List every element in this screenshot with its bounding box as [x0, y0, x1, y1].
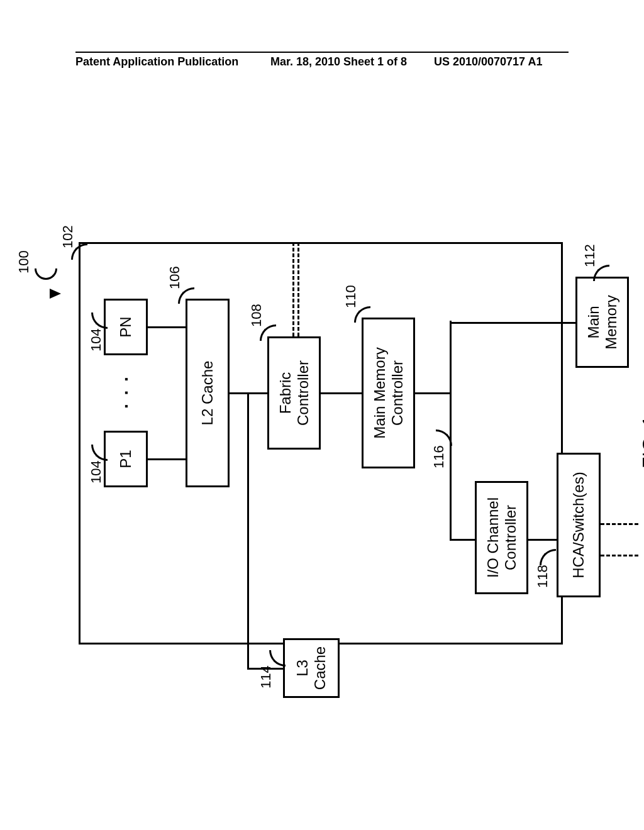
header-left: Patent Application Publication — [75, 55, 238, 69]
ellipsis: · · · — [116, 375, 136, 409]
box-p1: P1 — [104, 431, 148, 487]
header-center: Mar. 18, 2010 Sheet 1 of 8 — [270, 55, 407, 69]
box-hca-switches: HCA/Switch(es) — [557, 453, 601, 597]
ref-116: 116 — [431, 445, 447, 468]
ref-100: 100 — [16, 250, 32, 274]
box-main-memory: Main Memory — [575, 277, 629, 368]
ref-118: 118 — [535, 565, 551, 588]
ref-108: 108 — [248, 304, 265, 327]
arrow-100 — [50, 289, 61, 299]
dash-hca-2 — [601, 523, 638, 525]
conn-l2-l3-h — [247, 393, 249, 670]
box-l3-cache: L3 Cache — [283, 638, 340, 698]
conn-fabric-mmc — [321, 392, 362, 394]
figure-label: FIG. 1 — [638, 416, 644, 468]
ref-104b: 104 — [88, 328, 104, 351]
conn-io-hca — [528, 539, 557, 541]
leader-114 — [269, 650, 286, 667]
dash-hca-1 — [601, 555, 638, 556]
box-io-channel-controller: I/O Channel Controller — [475, 481, 528, 594]
diagram-area: 100 102 P1 104 · · · PN 104 L2 Cache 106… — [9, 223, 644, 651]
box-main-memory-controller: Main Memory Controller — [362, 318, 415, 468]
header-rule — [75, 52, 569, 53]
conn-mmc-down — [415, 392, 450, 394]
dash-fabric-bot — [297, 242, 299, 336]
ref-102: 102 — [60, 225, 76, 248]
ref-106: 106 — [167, 266, 183, 289]
conn-mainmem-v — [450, 322, 575, 324]
box-fabric-controller: Fabric Controller — [267, 336, 321, 450]
hook-100 — [35, 268, 57, 280]
conn-io-v — [450, 539, 475, 541]
ref-104a: 104 — [88, 460, 104, 484]
ref-114: 114 — [258, 665, 274, 689]
conn-p1-l2 — [148, 458, 186, 460]
header-right: US 2010/0070717 A1 — [434, 55, 542, 69]
conn-pn-l2 — [148, 326, 186, 328]
box-l2-cache: L2 Cache — [186, 299, 230, 487]
dash-fabric-top — [292, 242, 294, 336]
page: Patent Application Publication Mar. 18, … — [0, 0, 644, 830]
ref-110: 110 — [343, 285, 359, 308]
conn-mmc-h — [450, 321, 452, 541]
ref-112: 112 — [582, 244, 598, 267]
box-pn: PN — [104, 299, 148, 355]
